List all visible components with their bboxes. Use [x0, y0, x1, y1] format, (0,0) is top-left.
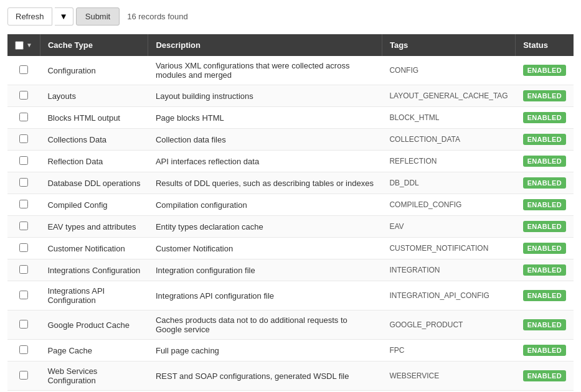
- status-badge: ENABLED: [523, 90, 566, 101]
- row-description: Integration configuration file: [148, 259, 382, 281]
- row-checkbox[interactable]: [19, 91, 28, 100]
- row-description: Various XML configurations that were col…: [148, 56, 382, 85]
- row-status: ENABLED: [516, 56, 574, 85]
- row-checkbox[interactable]: [19, 345, 28, 354]
- refresh-dropdown-button[interactable]: ▼: [55, 7, 73, 26]
- row-checkbox[interactable]: [19, 371, 28, 380]
- status-badge: ENABLED: [523, 345, 566, 356]
- row-tags: EAV: [382, 216, 515, 238]
- row-checkbox-cell: [7, 259, 40, 281]
- table-row: Integrations ConfigurationIntegration co…: [7, 259, 574, 281]
- table-row: ConfigurationVarious XML configurations …: [7, 56, 574, 85]
- row-cache-type: Configuration: [40, 56, 148, 85]
- row-description: Entity types declaration cache: [148, 216, 382, 238]
- row-status: ENABLED: [516, 259, 574, 281]
- table-row: Customer NotificationCustomer Notificati…: [7, 238, 574, 259]
- sort-icon: ▼: [26, 42, 32, 49]
- table-row: Page CacheFull page cachingFPCENABLED: [7, 340, 574, 362]
- row-checkbox[interactable]: [19, 291, 28, 299]
- row-status: ENABLED: [516, 281, 574, 310]
- col-header-description: Description: [148, 34, 382, 56]
- row-description: Full page caching: [148, 340, 382, 362]
- row-tags: DB_DDL: [382, 172, 515, 194]
- records-count: 16 records found: [127, 12, 188, 21]
- status-badge: ENABLED: [523, 65, 566, 76]
- row-status: ENABLED: [516, 151, 574, 172]
- row-cache-type: Customer Notification: [40, 238, 148, 259]
- col-header-status: Status: [516, 34, 574, 56]
- row-cache-type: Page Cache: [40, 340, 148, 362]
- row-checkbox-cell: [7, 281, 40, 310]
- table-row: Compiled ConfigCompilation configuration…: [7, 194, 574, 216]
- row-cache-type: Compiled Config: [40, 194, 148, 216]
- table-row: Collections DataCollection data filesCOL…: [7, 129, 574, 151]
- row-checkbox-cell: [7, 362, 40, 391]
- select-all-checkbox[interactable]: [15, 41, 24, 50]
- status-badge: ENABLED: [523, 264, 566, 276]
- cache-table: ▼ Cache Type Description Tags Status Con…: [7, 34, 574, 392]
- row-tags: CUSTOMER_NOTIFICATION: [382, 238, 515, 259]
- status-badge: ENABLED: [523, 112, 566, 123]
- table-row: Integrations API ConfigurationIntegratio…: [7, 281, 574, 310]
- row-tags: INTEGRATION: [382, 259, 515, 281]
- row-checkbox[interactable]: [19, 222, 28, 230]
- row-description: Layout building instructions: [148, 85, 382, 107]
- row-checkbox[interactable]: [19, 65, 28, 74]
- submit-button[interactable]: Submit: [76, 7, 120, 26]
- row-checkbox-cell: [7, 216, 40, 238]
- row-cache-type: Reflection Data: [40, 151, 148, 172]
- row-checkbox-cell: [7, 340, 40, 362]
- row-cache-type: Google Product Cache: [40, 310, 148, 340]
- table-row: Reflection DataAPI interfaces reflection…: [7, 151, 574, 172]
- row-checkbox[interactable]: [19, 178, 28, 187]
- row-checkbox-cell: [7, 194, 40, 216]
- row-description: Customer Notification: [148, 238, 382, 259]
- row-cache-type: EAV types and attributes: [40, 216, 148, 238]
- row-checkbox-cell: [7, 151, 40, 172]
- row-status: ENABLED: [516, 172, 574, 194]
- row-tags: FPC: [382, 340, 515, 362]
- row-checkbox-cell: [7, 56, 40, 85]
- status-badge: ENABLED: [523, 221, 566, 232]
- row-cache-type: Web Services Configuration: [40, 362, 148, 391]
- row-checkbox-cell: [7, 310, 40, 340]
- row-tags: COLLECTION_DATA: [382, 129, 515, 151]
- row-tags: INTEGRATION_API_CONFIG: [382, 281, 515, 310]
- row-tags: LAYOUT_GENERAL_CACHE_TAG: [382, 85, 515, 107]
- row-cache-type: Integrations Configuration: [40, 259, 148, 281]
- status-badge: ENABLED: [523, 290, 566, 301]
- row-checkbox[interactable]: [19, 134, 28, 143]
- row-checkbox-cell: [7, 107, 40, 129]
- col-header-cache-type: Cache Type: [40, 34, 148, 56]
- refresh-button[interactable]: Refresh: [7, 7, 52, 26]
- row-status: ENABLED: [516, 310, 574, 340]
- status-badge: ENABLED: [523, 319, 566, 330]
- row-checkbox[interactable]: [19, 113, 28, 121]
- status-badge: ENABLED: [523, 134, 566, 145]
- table-row: Database DDL operationsResults of DDL qu…: [7, 172, 574, 194]
- row-cache-type: Layouts: [40, 85, 148, 107]
- row-checkbox-cell: [7, 85, 40, 107]
- row-checkbox[interactable]: [19, 200, 28, 208]
- header-checkbox-cell: ▼: [7, 34, 40, 56]
- status-badge: ENABLED: [523, 243, 566, 254]
- row-tags: CONFIG: [382, 56, 515, 85]
- row-checkbox[interactable]: [19, 243, 28, 252]
- row-cache-type: Blocks HTML output: [40, 107, 148, 129]
- row-checkbox[interactable]: [19, 156, 28, 165]
- table-row: Blocks HTML outputPage blocks HTMLBLOCK_…: [7, 107, 574, 129]
- row-tags: GOOGLE_PRODUCT: [382, 310, 515, 340]
- table-row: EAV types and attributesEntity types dec…: [7, 216, 574, 238]
- table-row: Web Services ConfigurationREST and SOAP …: [7, 362, 574, 391]
- row-tags: WEBSERVICE: [382, 362, 515, 391]
- row-checkbox[interactable]: [19, 265, 28, 274]
- row-description: Integrations API configuration file: [148, 281, 382, 310]
- row-checkbox[interactable]: [19, 320, 28, 329]
- table-row: LayoutsLayout building instructionsLAYOU…: [7, 85, 574, 107]
- table-row: Google Product CacheCaches products data…: [7, 310, 574, 340]
- row-status: ENABLED: [516, 340, 574, 362]
- row-tags: REFLECTION: [382, 151, 515, 172]
- status-badge: ENABLED: [523, 199, 566, 210]
- table-body: ConfigurationVarious XML configurations …: [7, 56, 574, 392]
- row-status: ENABLED: [516, 85, 574, 107]
